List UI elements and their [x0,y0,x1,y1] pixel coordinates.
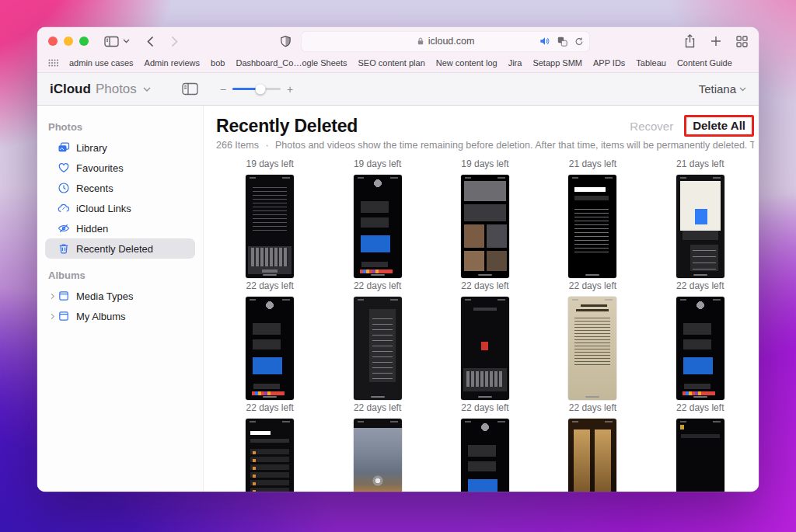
disclosure-chevron-icon[interactable] [47,312,58,321]
app-brand[interactable]: iCloud Photos [50,82,151,97]
bookmark-item[interactable]: New content log [436,58,498,68]
zoom-window-button[interactable] [79,37,89,46]
album-icon [58,290,71,303]
sidebar-item-label: Media Types [76,290,133,302]
sidebar-item-label: Hidden [76,223,108,235]
bookmark-item[interactable]: APP IDs [593,58,625,68]
photo-thumbnail[interactable] [568,175,616,278]
photos-sidebar-toggle-icon[interactable] [182,82,198,96]
share-icon[interactable] [684,34,696,48]
photo-thumbnail[interactable] [246,175,294,278]
user-menu[interactable]: Tetiana [699,82,746,96]
forward-button[interactable] [171,36,178,47]
sidebar-item-label: Favourites [76,162,124,174]
sidebar-item-label: iCloud Links [76,203,131,214]
bookmarks-list: admin use casesAdmin reviewsbobDashboard… [69,58,732,68]
photo-thumbnail[interactable] [246,297,294,400]
back-button[interactable] [147,36,154,47]
brand-photos: Photos [96,82,137,97]
sidebar-item-hidden[interactable]: Hidden [45,218,195,238]
separator-dot: · [265,140,268,151]
sidebar-item-label: Recents [76,183,113,194]
favorites-grid-icon[interactable] [48,59,58,67]
sidebar-item-library[interactable]: Library [45,137,195,158]
lock-icon [417,37,424,46]
days-left-label: 22 days left [246,280,294,291]
sidebar-chevron-down-icon[interactable] [123,39,130,43]
photo-cell: 22 days left [539,280,646,400]
sidebar-item-icloud-links[interactable]: iCloud Links [45,198,195,218]
photo-thumbnail[interactable] [676,419,724,492]
days-left-label: 22 days left [676,280,724,291]
photo-thumbnail[interactable] [246,419,294,492]
thumbnail-zoom-slider: − + [220,83,293,96]
address-bar[interactable]: icloud.com [301,31,590,52]
photo-cell: 19 days left [216,158,323,278]
photo-thumbnail[interactable] [676,175,724,278]
photo-cell: 21 days left [539,158,646,278]
bookmarks-bar: admin use casesAdmin reviewsbobDashboard… [37,55,759,73]
deletion-description: Photos and videos show the time remainin… [275,140,754,151]
bookmark-item[interactable]: Tableau [636,58,666,68]
sidebar-item-recents[interactable]: Recents [45,178,195,198]
days-left-label: 22 days left [354,402,401,413]
photo-cell: 22 days left [431,280,539,400]
sidebar-item-favourites[interactable]: Favourites [45,158,195,178]
main-content: Recently Deleted Recover Delete All 266 … [204,106,759,492]
photo-thumbnail[interactable] [354,419,402,492]
sidebar-item-my-albums[interactable]: My Albums [45,306,195,326]
sidebar-item-media-types[interactable]: Media Types [45,286,195,306]
days-left-label: 21 days left [676,158,724,169]
items-summary: 266 Items · Photos and videos show the t… [216,140,754,151]
photo-cell: 22 days left [323,402,431,492]
bookmark-item[interactable]: Jira [508,58,522,68]
bookmark-item[interactable]: admin use cases [69,58,134,68]
privacy-shield-icon[interactable] [280,35,292,48]
photo-thumbnail[interactable] [461,175,509,278]
tab-overview-icon[interactable] [736,36,748,47]
close-window-button[interactable] [48,37,58,46]
user-name: Tetiana [699,82,736,96]
days-left-label: 22 days left [676,402,724,413]
annotation-highlight-box: Delete All [684,115,754,137]
photo-thumbnail[interactable] [676,297,724,400]
zoom-slider-track[interactable] [232,88,281,90]
photos-sidebar: PhotosLibraryFavouritesRecentsiCloud Lin… [37,106,204,492]
page-title: Recently Deleted [216,116,358,137]
days-left-label: 22 days left [461,280,508,291]
delete-all-button[interactable]: Delete All [693,119,745,132]
zoom-slider-knob[interactable] [255,84,265,94]
bookmark-item[interactable]: Admin reviews [145,58,201,68]
bookmark-item[interactable]: Setapp SMM [532,58,582,68]
bookmark-item[interactable]: Content Guide [677,58,732,68]
reload-icon[interactable] [574,37,584,47]
cloud-link-icon [58,202,71,215]
zoom-in-icon[interactable]: + [287,83,293,96]
album-icon [58,310,71,323]
photo-thumbnail[interactable] [568,419,616,492]
photo-thumbnail[interactable] [461,419,509,492]
sidebar-item-recently-deleted[interactable]: Recently Deleted [45,238,195,259]
disclosure-chevron-icon[interactable] [47,292,58,301]
sidebar-section-title: Albums [48,269,203,281]
brand-chevron-down-icon[interactable] [143,87,151,92]
bookmark-item[interactable]: bob [211,58,225,68]
days-left-label: 19 days left [246,158,294,169]
sidebar-sections: PhotosLibraryFavouritesRecentsiCloud Lin… [37,121,203,326]
photo-thumbnail[interactable] [461,297,509,400]
recover-button[interactable]: Recover [630,120,673,133]
photo-cell: 21 days left [647,158,754,278]
bookmark-item[interactable]: SEO content plan [358,58,425,68]
eye-slash-icon [58,222,71,235]
sidebar-toggle-icon[interactable] [104,36,119,47]
zoom-out-icon[interactable]: − [220,83,226,96]
days-left-label: 22 days left [569,402,616,413]
bookmark-item[interactable]: Dashboard_Co…ogle Sheets [236,58,347,68]
audio-mute-icon[interactable] [539,37,550,46]
photo-thumbnail[interactable] [354,297,402,400]
photo-thumbnail[interactable] [354,175,402,278]
translate-icon[interactable] [557,37,567,47]
minimize-window-button[interactable] [64,37,73,46]
new-tab-icon[interactable] [710,36,721,47]
photo-thumbnail[interactable] [568,297,616,400]
